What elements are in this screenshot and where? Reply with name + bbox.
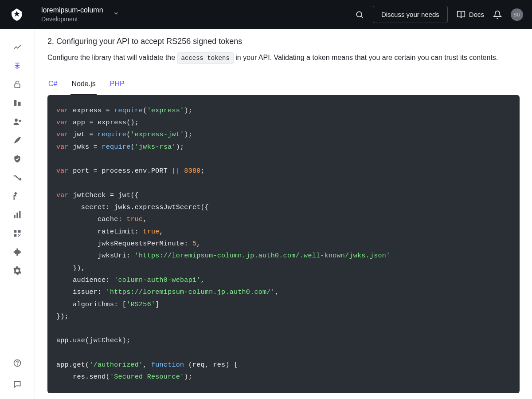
sidebar-authentication-icon[interactable] xyxy=(8,75,26,94)
svg-rect-12 xyxy=(14,234,17,237)
sidebar-monitoring-icon[interactable] xyxy=(8,205,26,224)
svg-point-0 xyxy=(356,12,362,17)
intro-text-before: Configure the library that will validate… xyxy=(47,54,177,61)
docs-link[interactable]: Docs xyxy=(457,10,484,19)
search-icon[interactable] xyxy=(355,10,364,19)
sidebar-applications-icon[interactable] xyxy=(8,56,26,75)
sidebar-settings-icon[interactable] xyxy=(8,261,26,280)
svg-rect-2 xyxy=(15,84,20,87)
svg-rect-4 xyxy=(18,102,21,106)
avatar[interactable]: SU xyxy=(511,8,523,21)
topbar: loremipsum-column Development Discuss yo… xyxy=(0,0,532,29)
svg-point-23 xyxy=(17,365,18,365)
book-icon xyxy=(457,10,466,19)
tenant-env: Development xyxy=(41,15,103,23)
svg-rect-18 xyxy=(16,249,18,250)
main-content: 2. Configuring your API to accept RS256 … xyxy=(35,29,532,399)
svg-rect-14 xyxy=(18,234,19,235)
code-block[interactable]: var express = require('express'); var ap… xyxy=(47,95,520,393)
sidebar-activity-icon[interactable] xyxy=(8,38,26,56)
section-title: 2. Configuring your API to accept RS256 … xyxy=(47,37,520,46)
tenant-selector[interactable]: loremipsum-column Development xyxy=(41,6,119,23)
topbar-right: Discuss your needs Docs SU xyxy=(355,6,523,23)
svg-rect-21 xyxy=(20,251,21,253)
sidebar-branding-icon[interactable] xyxy=(8,131,26,150)
svg-point-6 xyxy=(19,120,20,122)
divider xyxy=(33,7,33,23)
tab-nodejs[interactable]: Node.js xyxy=(70,76,96,95)
intro-text-after: in your API. Validating a token means th… xyxy=(234,54,498,61)
svg-rect-19 xyxy=(16,254,18,256)
notifications-icon[interactable] xyxy=(493,10,502,19)
discuss-button[interactable]: Discuss your needs xyxy=(373,6,448,23)
svg-rect-7 xyxy=(14,215,16,218)
inline-code: access tokens xyxy=(177,52,234,64)
section-intro: Configure the library that will validate… xyxy=(47,51,520,64)
sidebar-actions-icon[interactable] xyxy=(8,168,26,187)
sidebar xyxy=(0,29,35,399)
logo-wrap xyxy=(9,7,41,23)
sidebar-extensions-icon[interactable] xyxy=(8,243,26,261)
docs-label: Docs xyxy=(469,11,484,18)
svg-rect-3 xyxy=(14,100,17,106)
svg-rect-11 xyxy=(18,230,21,233)
svg-point-5 xyxy=(15,119,18,122)
tab-csharp[interactable]: C# xyxy=(47,76,58,95)
svg-rect-20 xyxy=(14,251,15,253)
auth0-logo-icon[interactable] xyxy=(9,7,25,23)
svg-rect-8 xyxy=(16,213,18,218)
svg-rect-15 xyxy=(20,234,21,235)
tab-php[interactable]: PHP xyxy=(109,76,125,95)
svg-line-1 xyxy=(361,16,363,18)
svg-rect-16 xyxy=(18,236,19,237)
sidebar-organizations-icon[interactable] xyxy=(8,94,26,112)
svg-rect-13 xyxy=(19,235,20,236)
sidebar-help-icon[interactable] xyxy=(8,354,26,372)
sidebar-feedback-icon[interactable] xyxy=(8,375,26,394)
sidebar-users-icon[interactable] xyxy=(8,112,26,131)
code-tabs: C# Node.js PHP xyxy=(47,76,520,95)
chevron-down-icon xyxy=(113,10,119,18)
svg-rect-10 xyxy=(14,230,17,233)
sidebar-forms-icon[interactable] xyxy=(8,187,26,205)
tenant-name: loremipsum-column xyxy=(41,6,103,15)
svg-rect-17 xyxy=(15,250,20,254)
sidebar-marketplace-icon[interactable] xyxy=(8,224,26,243)
sidebar-security-icon[interactable] xyxy=(8,150,26,168)
svg-rect-9 xyxy=(19,211,20,218)
